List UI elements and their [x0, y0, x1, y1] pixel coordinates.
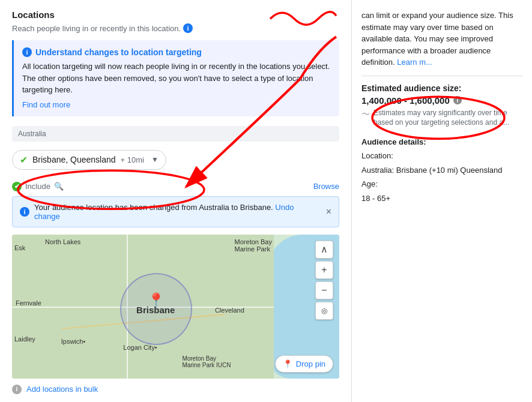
map-zoom-up-button[interactable]: ∧ [315, 241, 333, 259]
map-label-moreton-bay-iucn: Moreton BayMarine Park IUCN [182, 355, 231, 368]
map-controls: ∧ + − ◎ [315, 241, 333, 320]
map-zoom-in-button[interactable]: + [315, 261, 333, 279]
map-label-logan-city: Logan City• [123, 344, 157, 351]
right-panel-top-text: can limit or expand your audience size. … [361, 10, 522, 68]
location-tag[interactable]: ✔ Brisbane, Queensland + 10mi ▼ [12, 150, 166, 170]
notification-text: Your audience location has been changed … [34, 203, 321, 221]
trend-icon: 〜 [361, 109, 370, 121]
location-tag-text: Brisbane, Queensland [32, 155, 116, 164]
info-box-icon: i [22, 47, 32, 57]
info-box-title: i Understand changes to location targeti… [22, 47, 331, 57]
include-icon: ✔ [12, 182, 22, 191]
audience-size-value: 1,400,000 - 1,600,000 i [361, 95, 522, 106]
audience-size-title: Estimated audience size: [361, 83, 522, 93]
locations-subtitle: Reach people living in or recently in th… [12, 23, 339, 33]
details-location-value: Australia: Brisbane (+10 mi) Queensland [361, 166, 502, 175]
map-label-esk: Esk [14, 244, 25, 251]
notification-close-button[interactable]: × [326, 206, 331, 217]
drop-pin-label: Drop pin [296, 359, 325, 368]
right-panel: can limit or expand your audience size. … [352, 0, 532, 402]
location-tag-radius: + 10mi [121, 155, 144, 164]
subtitle-info-icon[interactable]: i [183, 23, 193, 33]
map-label-ipswich: Ipswich• [61, 338, 85, 345]
locations-title: Locations [12, 10, 339, 20]
bottom-info-icon[interactable]: i [12, 385, 22, 394]
map-locate-button[interactable]: ◎ [315, 302, 333, 320]
location-check-icon: ✔ [20, 154, 28, 166]
search-icon: 🔍 [54, 182, 64, 191]
add-locations-link[interactable]: Add locations in bulk [26, 385, 98, 394]
right-divider [361, 76, 522, 76]
map-label-laidley: Laidley [14, 335, 35, 343]
map-label-fernvale: Fernvale [16, 299, 41, 307]
map-container: 📍 North Lakes Moreton BayMarine Park Esk… [12, 235, 339, 379]
location-tag-dropdown-icon[interactable]: ▼ [151, 155, 159, 164]
info-box: i Understand changes to location targeti… [12, 40, 339, 116]
notification-bar: i Your audience location has been change… [12, 196, 339, 227]
include-label: Include [25, 182, 50, 191]
include-left: ✔ Include 🔍 [12, 182, 64, 191]
map-label-moreton-bay: Moreton BayMarine Park [235, 238, 272, 253]
audience-note: 〜 Estimates may vary significantly over … [361, 108, 522, 128]
pin-icon: 📍 [283, 359, 292, 368]
map-label-brisbane: Brisbane [136, 305, 175, 315]
audience-info-icon[interactable]: i [453, 96, 462, 104]
learn-more-link[interactable]: Learn m... [397, 58, 432, 67]
include-row: ✔ Include 🔍 Browse [12, 182, 339, 191]
audience-details-title: Audience details: [361, 137, 426, 146]
map-label-cleveland: Cleveland [215, 307, 244, 314]
drop-pin-button[interactable]: 📍 Drop pin [275, 355, 333, 373]
audience-details: Audience details: Location: Australia: B… [361, 135, 522, 205]
map-label-north-lakes: North Lakes [45, 238, 80, 245]
browse-button[interactable]: Browse [313, 182, 339, 191]
location-country-label: Australia [12, 126, 339, 142]
details-age-label: Age: [361, 179, 378, 188]
notification-info-icon: i [20, 207, 29, 217]
audience-section: Estimated audience size: 1,400,000 - 1,6… [361, 83, 522, 206]
info-box-text: All location targeting will now reach pe… [22, 61, 331, 96]
details-age-value: 18 - 65+ [361, 194, 390, 203]
map-zoom-out-button[interactable]: − [315, 281, 333, 299]
details-location-label: Location: [361, 151, 393, 160]
find-out-more-link[interactable]: Find out more [22, 100, 70, 109]
